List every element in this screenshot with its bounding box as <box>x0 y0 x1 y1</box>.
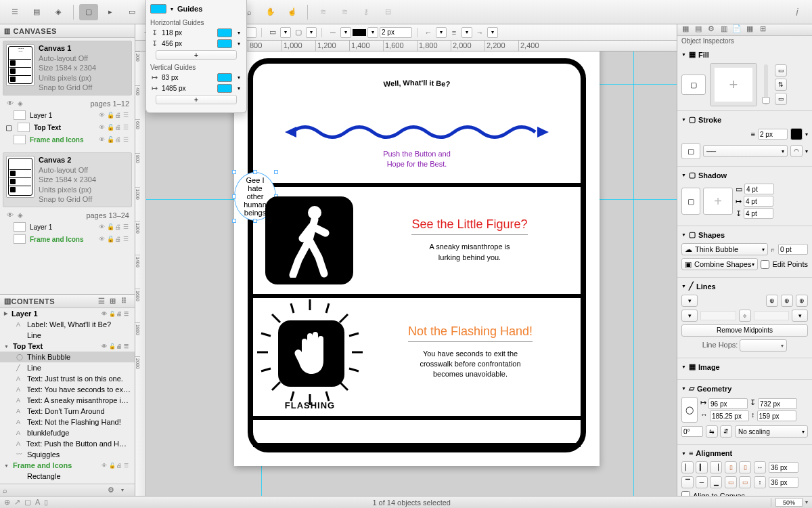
layer-icon[interactable]: ◈ <box>15 211 23 219</box>
sb-icon-2[interactable]: ↗ <box>14 498 20 507</box>
align-m[interactable]: ─ <box>696 476 708 488</box>
arrow-r-icon[interactable]: → <box>474 27 486 38</box>
corner-input[interactable] <box>778 244 808 255</box>
stroke-preset[interactable]: ◠ <box>790 145 803 157</box>
layers-icon[interactable]: ◈ <box>49 4 68 20</box>
align-canvas-check[interactable]: Align to Canvas <box>681 491 808 496</box>
opacity-slider[interactable] <box>764 64 768 105</box>
doc-icon[interactable]: ▢ <box>79 4 98 20</box>
edit-points-check[interactable]: Edit Points <box>761 260 808 269</box>
content-row[interactable]: Line <box>0 330 135 341</box>
line-style-icon[interactable]: ─ <box>327 27 339 38</box>
content-row[interactable]: AText: Just trust is on this one. <box>0 373 135 384</box>
guide-row[interactable]: ↧456 px▾ <box>150 39 242 48</box>
stroke-width-input[interactable] <box>380 27 412 38</box>
shadow-color-well[interactable]: + <box>703 188 733 215</box>
content-row[interactable]: ◯Think Bubble <box>0 352 135 362</box>
content-row[interactable]: AText: Not the Flashing Hand! <box>0 417 135 427</box>
align-h-input[interactable] <box>769 462 798 473</box>
eye-icon[interactable]: 👁 <box>5 100 14 108</box>
swap-btn[interactable]: ⇅ <box>775 79 787 91</box>
content-row[interactable]: Ablunklefudge <box>0 427 135 438</box>
geom-w-input[interactable] <box>710 410 749 421</box>
geom-y-input[interactable] <box>758 398 797 409</box>
outline-icon[interactable]: ▤ <box>27 4 46 20</box>
align-l[interactable]: ▏ <box>681 461 694 473</box>
eye-icon[interactable]: 👁 <box>5 211 14 219</box>
layer-icon[interactable]: ◈ <box>15 100 23 108</box>
front-icon[interactable]: ≋ <box>313 4 332 20</box>
lock-icon[interactable]: ⚷ <box>357 4 376 20</box>
info-icon[interactable]: i <box>788 4 807 20</box>
zoom-input[interactable] <box>775 498 803 507</box>
space-v[interactable]: ↕ <box>754 476 766 488</box>
line-end2[interactable]: ⊕ <box>781 295 793 307</box>
add-guide-button[interactable]: + <box>156 50 237 60</box>
content-row[interactable]: Frame and Icons👁🔓🖨☰ <box>0 460 135 471</box>
align-c[interactable]: ▎ <box>696 461 708 473</box>
flip-h-icon[interactable]: ⇋ <box>706 425 718 438</box>
arrow-m-drop[interactable]: ▾ <box>461 27 472 38</box>
line-mid[interactable]: ⟐ <box>739 310 751 322</box>
combine-drop[interactable]: ▣Combine Shapes <box>681 258 758 270</box>
tab-object-icon[interactable]: ▦ <box>680 24 691 35</box>
geom-h-input[interactable] <box>757 410 796 421</box>
tab-canvas-icon[interactable]: ▥ <box>719 24 729 35</box>
content-row[interactable]: ALabel: Well, What'll it Be? <box>0 319 135 330</box>
tab-doc-icon[interactable]: 📄 <box>731 24 742 35</box>
dist-h1[interactable]: ▯ <box>725 461 737 473</box>
shadow-y-input[interactable] <box>744 208 773 219</box>
align-t[interactable]: ▔ <box>681 476 694 488</box>
stroke-style-icon[interactable]: ≡ <box>751 130 755 138</box>
layer-row[interactable]: Frame and Icons👁🔓🖨☰ <box>0 233 135 245</box>
stroke-dash-drop[interactable]: ── <box>703 145 788 157</box>
content-row[interactable]: Layer 1👁🔓🖨☰ <box>0 308 135 319</box>
seg2-icon[interactable]: ▢ <box>292 27 304 38</box>
line-style-drop[interactable]: ▾ <box>340 27 351 38</box>
guide-color-swatch[interactable] <box>150 4 166 14</box>
content-row[interactable]: AText: You have seconds to exit th <box>0 384 135 395</box>
guide-row[interactable]: ↧118 px▾ <box>150 28 242 37</box>
arrow-l-drop[interactable]: ▾ <box>436 27 447 38</box>
sidebar-toggle-icon[interactable]: ☰ <box>5 4 24 20</box>
sb-icon-4[interactable]: A <box>35 498 40 507</box>
space-h[interactable]: ↔ <box>754 461 766 473</box>
shape-select-drop[interactable]: ☁Think Bubble <box>681 243 768 255</box>
content-row[interactable]: 〰Squiggles <box>0 449 135 460</box>
zoom-drop-icon[interactable]: ▾ <box>805 499 808 505</box>
sb-icon-3[interactable]: ▢ <box>24 498 31 507</box>
layer-row[interactable]: Layer 1👁🔓🖨☰ <box>0 109 135 121</box>
sb-icon-5[interactable]: ▯ <box>44 498 48 507</box>
action-gear-icon[interactable]: ⚙ <box>108 486 118 494</box>
dist-h2[interactable]: ▯ <box>739 461 751 473</box>
content-row[interactable]: AText: A sneaky misanthrope is lur <box>0 395 135 406</box>
dist-v2[interactable]: ▭ <box>739 476 751 488</box>
rect-tool-icon[interactable]: ▭ <box>122 4 141 20</box>
line-end3[interactable]: ⊕ <box>796 295 808 307</box>
canvas-item[interactable]: Canvas 2 Auto-layout Off Size 1584 x 230… <box>3 152 132 207</box>
shadow-x-input[interactable] <box>744 196 773 207</box>
blend-btn[interactable]: ▭ <box>775 64 787 77</box>
ruler-vertical[interactable]: 200400600800100012001400160018002000 <box>135 51 146 496</box>
align-r[interactable]: ▕ <box>710 461 722 473</box>
align-v-input[interactable] <box>769 477 798 488</box>
seg1-drop[interactable]: ▾ <box>280 27 291 38</box>
arrow-l-icon[interactable]: ← <box>422 27 434 38</box>
line-hops-drop[interactable] <box>740 339 787 352</box>
stroke-swatch-icon[interactable] <box>353 29 366 36</box>
stroke-pos-well[interactable]: ▢ <box>681 143 700 159</box>
grid-view-icon[interactable]: ⊞ <box>110 297 119 306</box>
dots-view-icon[interactable]: ⠿ <box>121 297 131 306</box>
geom-anchor[interactable]: ◯ <box>681 397 698 423</box>
line-type-drop[interactable]: ▾ <box>681 295 698 307</box>
arrow-r-drop[interactable]: ▾ <box>487 27 498 38</box>
flip-v-icon[interactable]: ⇵ <box>720 425 732 438</box>
select-tool-icon[interactable]: ▸ <box>101 4 120 20</box>
sb-icon-1[interactable]: ⊕ <box>4 498 10 507</box>
canvas-viewport[interactable]: Well, What'll it Be? Push the Button and… <box>146 51 677 496</box>
guide-row[interactable]: ↦83 px▾ <box>150 73 242 82</box>
search-icon[interactable]: ⌕ <box>3 486 14 494</box>
line-arr-l[interactable]: ▾ <box>681 310 698 322</box>
scaling-drop[interactable]: No scaling <box>735 425 808 438</box>
list-view-icon[interactable]: ☰ <box>98 297 108 306</box>
